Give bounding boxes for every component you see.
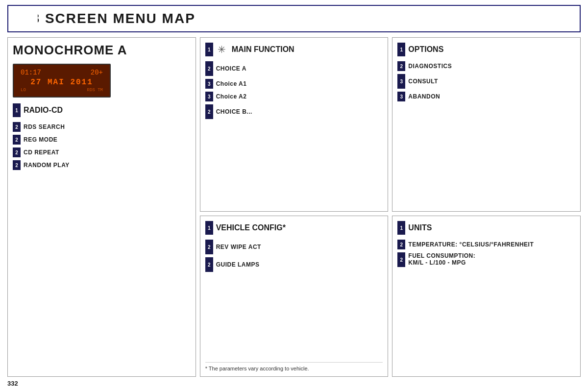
list-item: 3 Choice A1 (205, 79, 383, 89)
page-number: 332 (7, 380, 581, 387)
level-badge: 2 (205, 257, 213, 272)
level-badge: 2 (13, 122, 21, 132)
list-item: 2 REG MODE (13, 135, 191, 145)
vehicle-level-badge: 1 (205, 221, 213, 235)
display-rds: RDS TM (87, 88, 103, 93)
footnote: * The parameters vary according to vehic… (205, 362, 383, 371)
radio-level-badge: 1 (13, 103, 21, 117)
menu-label: RANDOM PLAY (24, 162, 70, 169)
display-screen: 01:17 20+ 27 MAI 2011 LO RDS TM (13, 64, 111, 98)
level-badge: 3 (397, 74, 405, 89)
menu-label: CHOICE B... (216, 108, 252, 115)
menu-label: DIAGNOSTICS (408, 63, 452, 70)
list-item: 3 ABANDON (397, 92, 575, 101)
level-badge: 2 (205, 104, 213, 119)
menu-label: GUIDE LAMPS (216, 261, 260, 268)
menu-label: TEMPERATURE: °CELSIUS/°FAHRENHEIT (408, 241, 534, 248)
options-panel: 1 OPTIONS 2 DIAGNOSTICS 3 CONSULT 3 ABAN… (392, 37, 581, 212)
title-banner: 08 SCREEN MENU MAP (7, 5, 581, 32)
options-level-badge: 1 (397, 43, 405, 56)
list-item: 3 CONSULT (397, 74, 575, 89)
content-grid: MONOCHROME A 01:17 20+ 27 MAI 2011 LO RD… (7, 37, 581, 377)
vehicle-config-panel: 1 VEHICLE CONFIG* 2 REV WIPE ACT 2 GUIDE… (200, 216, 389, 377)
options-title: OPTIONS (408, 45, 443, 54)
monochrome-panel: MONOCHROME A 01:17 20+ 27 MAI 2011 LO RD… (7, 37, 196, 377)
menu-label: REV WIPE ACT (216, 244, 261, 250)
menu-label: REG MODE (24, 136, 57, 143)
display-time: 01:17 (21, 69, 41, 76)
list-item: 2 RDS SEARCH (13, 122, 191, 132)
units-level-badge: 1 (397, 221, 405, 235)
level-badge: 2 (397, 61, 405, 71)
level-badge: 2 (13, 147, 21, 157)
menu-label: CONSULT (408, 78, 438, 85)
list-item: 2 TEMPERATURE: °CELSIUS/°FAHRENHEIT (397, 240, 575, 249)
display-right: 20+ (91, 69, 103, 76)
main-function-panel: 1 ✳ MAIN FUNCTION 2 CHOICE A 3 Choice A1… (200, 37, 389, 212)
radio-cd-section: 1 RADIO-CD 2 RDS SEARCH 2 REG MODE 2 CD … (13, 103, 191, 173)
list-item: 2 CD REPEAT (13, 147, 191, 157)
sun-icon: ✳ (215, 43, 229, 56)
list-item: 2 RANDOM PLAY (13, 160, 191, 170)
menu-label: CD REPEAT (24, 149, 59, 156)
list-item: 3 Choice A2 (205, 92, 383, 101)
level-badge: 2 (13, 135, 21, 145)
menu-label: Choice A2 (216, 93, 247, 100)
units-title: UNITS (408, 223, 432, 232)
list-item: 2 DIAGNOSTICS (397, 61, 575, 71)
list-item: 2 FUEL CONSUMPTION: KM/L - L/100 - MPG (397, 252, 575, 267)
level-badge: 2 (205, 240, 213, 254)
level-badge: 2 (397, 240, 405, 249)
list-item: 2 CHOICE B... (205, 104, 383, 119)
menu-label: CHOICE A (216, 65, 246, 72)
list-item: 2 REV WIPE ACT (205, 240, 383, 254)
page-title: 08 SCREEN MENU MAP (23, 11, 196, 26)
menu-label: Choice A1 (216, 80, 247, 87)
main-function-title: MAIN FUNCTION (232, 45, 294, 54)
main-level-badge: 1 (205, 43, 213, 56)
menu-label: FUEL CONSUMPTION: KM/L - L/100 - MPG (408, 252, 475, 266)
list-item: 2 GUIDE LAMPS (205, 257, 383, 272)
level-badge: 2 (205, 61, 213, 76)
menu-label: ABANDON (408, 93, 440, 100)
level-badge: 3 (205, 92, 213, 101)
vehicle-config-title: VEHICLE CONFIG* (216, 223, 286, 232)
menu-label: RDS SEARCH (24, 123, 65, 130)
level-badge: 2 (13, 160, 21, 170)
display-lo: LO (21, 88, 26, 93)
display-date: 27 MAI 2011 (21, 78, 103, 87)
units-panel: 1 UNITS 2 TEMPERATURE: °CELSIUS/°FAHRENH… (392, 216, 581, 377)
radio-title: RADIO-CD (24, 106, 63, 115)
level-badge: 3 (397, 92, 405, 101)
level-badge: 3 (205, 79, 213, 89)
level-badge: 2 (397, 252, 405, 267)
list-item: 2 CHOICE A (205, 61, 383, 76)
monochrome-title: MONOCHROME A (13, 43, 127, 58)
